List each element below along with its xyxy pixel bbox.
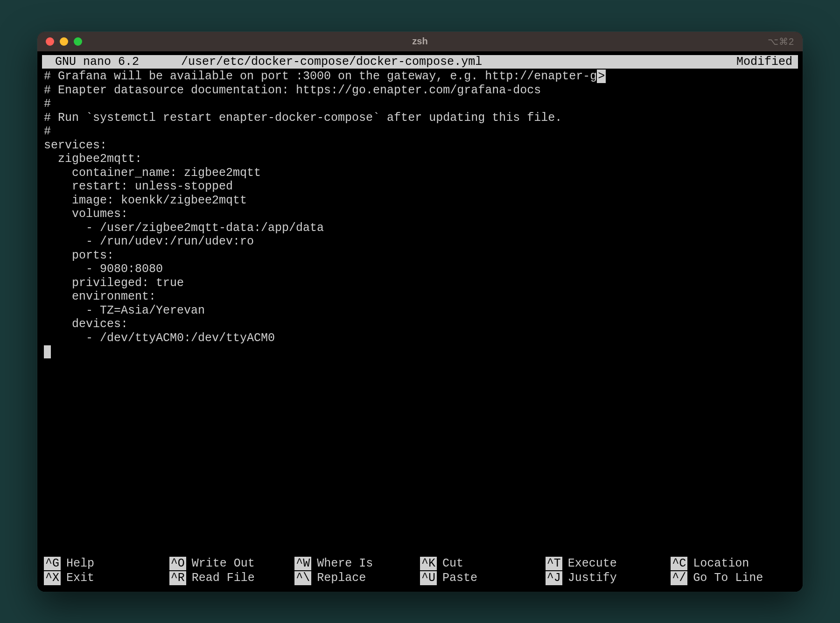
shortcut-item: ^OWrite Out xyxy=(169,557,295,571)
shortcut-label: Justify xyxy=(568,571,617,585)
shortcut-key: ^J xyxy=(546,571,562,585)
shortcut-label: Write Out xyxy=(192,557,255,571)
shortcut-key: ^T xyxy=(546,557,562,571)
editor-line: container_name: zigbee2mqtt xyxy=(44,166,798,180)
editor-line: zigbee2mqtt: xyxy=(44,152,798,166)
nano-shortcut-bar: ^GHelp^OWrite Out^WWhere Is^KCut^TExecut… xyxy=(42,557,798,588)
shortcut-key: ^C xyxy=(671,557,687,571)
shortcut-label: Go To Line xyxy=(693,571,763,585)
shortcut-key: ^R xyxy=(169,571,186,585)
nano-filepath: /user/etc/docker-compose/docker-compose.… xyxy=(139,55,736,69)
shortcut-label: Cut xyxy=(442,557,463,571)
editor-line: # Run `systemctl restart enapter-docker-… xyxy=(44,111,798,125)
editor-line: - /user/zigbee2mqtt-data:/app/data xyxy=(44,221,798,235)
nano-header-bar: GNU nano 6.2 /user/etc/docker-compose/do… xyxy=(42,55,798,69)
editor-line: volumes: xyxy=(44,207,798,221)
shortcut-label: Exit xyxy=(66,571,94,585)
window-titlebar: zsh ⌥⌘2 xyxy=(37,32,803,51)
shortcut-item: ^GHelp xyxy=(44,557,169,571)
minimize-button[interactable] xyxy=(60,37,68,46)
shortcut-item: ^\Replace xyxy=(294,571,420,585)
shortcut-label: Read File xyxy=(192,571,255,585)
shortcut-item: ^/Go To Line xyxy=(671,571,796,585)
shortcut-label: Help xyxy=(66,557,94,571)
line-truncate-marker: > xyxy=(597,70,606,83)
nano-version: GNU nano 6.2 xyxy=(44,55,139,69)
editor-line: - /run/udev:/run/udev:ro xyxy=(44,235,798,249)
nano-status: Modified xyxy=(736,55,796,69)
tab-indicator: ⌥⌘2 xyxy=(768,36,794,47)
editor-line: - TZ=Asia/Yerevan xyxy=(44,304,798,318)
editor-line: - 9080:8080 xyxy=(44,262,798,276)
text-cursor xyxy=(44,345,51,358)
shortcut-item: ^WWhere Is xyxy=(294,557,420,571)
editor-content[interactable]: # Grafana will be available on port :300… xyxy=(42,69,798,557)
editor-line: ports: xyxy=(44,249,798,263)
shortcut-key: ^O xyxy=(169,557,186,571)
editor-line: # Enapter datasource documentation: http… xyxy=(44,84,798,98)
editor-line: restart: unless-stopped xyxy=(44,180,798,194)
editor-line: services: xyxy=(44,139,798,153)
terminal-window: zsh ⌥⌘2 GNU nano 6.2 /user/etc/docker-co… xyxy=(37,32,803,592)
shortcut-item: ^XExit xyxy=(44,571,169,585)
shortcut-label: Paste xyxy=(442,571,477,585)
shortcut-label: Location xyxy=(693,557,749,571)
editor-line: image: koenkk/zigbee2mqtt xyxy=(44,194,798,208)
shortcut-key: ^/ xyxy=(671,571,687,585)
shortcut-item: ^CLocation xyxy=(671,557,796,571)
close-button[interactable] xyxy=(46,37,54,46)
shortcut-label: Replace xyxy=(317,571,366,585)
editor-line: privileged: true xyxy=(44,276,798,290)
shortcut-key: ^W xyxy=(294,557,311,571)
traffic-lights xyxy=(46,37,82,46)
cursor-line xyxy=(44,345,798,359)
shortcut-key: ^X xyxy=(44,571,61,585)
editor-line: - /dev/ttyACM0:/dev/ttyACM0 xyxy=(44,331,798,345)
shortcut-label: Where Is xyxy=(317,557,373,571)
terminal-content[interactable]: GNU nano 6.2 /user/etc/docker-compose/do… xyxy=(37,51,803,592)
editor-line: # Grafana will be available on port :300… xyxy=(44,70,798,84)
shortcut-key: ^U xyxy=(420,571,437,585)
maximize-button[interactable] xyxy=(74,37,82,46)
shortcut-key: ^G xyxy=(44,557,61,571)
editor-line: # xyxy=(44,97,798,111)
shortcut-key: ^K xyxy=(420,557,437,571)
editor-line: environment: xyxy=(44,290,798,304)
shortcut-item: ^JJustify xyxy=(546,571,671,585)
shortcut-label: Execute xyxy=(568,557,617,571)
shortcut-key: ^\ xyxy=(294,571,311,585)
shortcut-item: ^UPaste xyxy=(420,571,546,585)
shortcut-item: ^TExecute xyxy=(546,557,671,571)
window-title: zsh xyxy=(412,36,427,47)
editor-line: # xyxy=(44,125,798,139)
editor-line: devices: xyxy=(44,317,798,331)
shortcut-item: ^RRead File xyxy=(169,571,295,585)
shortcut-item: ^KCut xyxy=(420,557,546,571)
